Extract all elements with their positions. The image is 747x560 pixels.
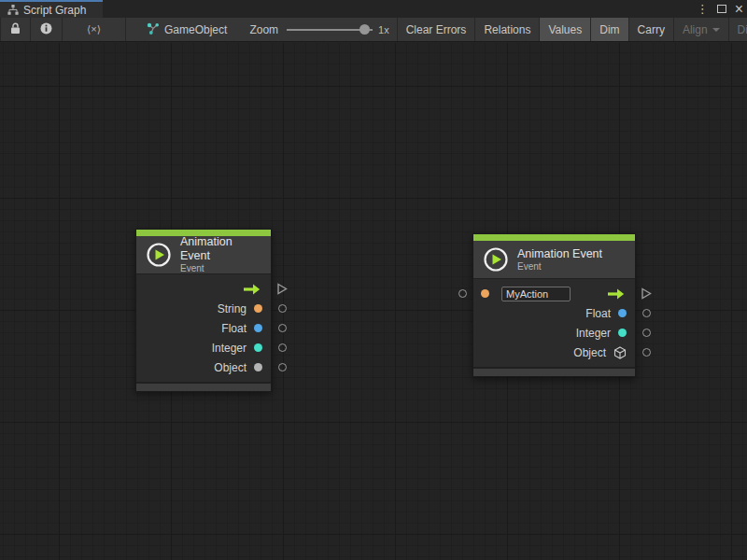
node-body: String Float Integer Object [136,273,271,382]
integer-port-dot[interactable] [254,343,262,352]
maximize-icon[interactable] [717,5,726,13]
float-port-connector[interactable] [642,309,651,317]
integer-port-connector[interactable] [278,343,287,352]
dim-toggle[interactable]: Dim [591,18,628,41]
target-label: GameObject [164,23,227,36]
close-icon[interactable]: × [735,2,743,17]
graph-canvas[interactable]: Animation Event Event [0,43,747,560]
event-play-icon [146,242,172,268]
node-footer [136,382,271,391]
event-play-icon [483,246,509,273]
node-header[interactable]: Animation Event Event [473,241,635,278]
info-icon [40,22,52,37]
port-row-integer: Integer [473,323,635,343]
node-animation-event-2[interactable]: Animation Event Event [472,233,636,377]
port-row-object: Object [473,343,635,362]
event-name-input[interactable] [501,287,571,301]
values-toggle[interactable]: Values [540,18,591,41]
object-port-connector[interactable] [278,363,287,371]
flow-port-connector[interactable] [641,287,652,300]
code-icon: ⟨×⟩ [87,23,101,35]
node-title: Animation Event [180,235,261,263]
port-row-float: Float [136,318,271,338]
toolbar-left-group: ⟨×⟩ [0,18,126,41]
node-animation-event-1[interactable]: Animation Event Event [135,229,272,392]
flow-output-row [136,279,271,299]
target-gameobject[interactable]: GameObject [147,18,227,41]
input-port-connector[interactable] [458,289,467,298]
carry-toggle[interactable]: Carry [629,18,674,41]
toolbar-buttons: Clear Errors Relations Values Dim Carry … [397,18,747,41]
float-port-dot[interactable] [618,309,627,317]
flow-port-connector[interactable] [276,283,288,295]
node-body: Float Integer Object [473,278,635,367]
lock-icon [10,22,21,37]
graph-icon [7,2,19,19]
float-port-connector[interactable] [278,324,287,332]
node-title: Animation Event [517,247,602,261]
object-port-dot[interactable] [254,363,262,371]
integer-port-dot[interactable] [618,329,627,337]
zoom-value: 1x [378,24,389,35]
node-footer [473,367,635,376]
string-port-connector[interactable] [278,304,287,313]
chevron-down-icon [712,28,720,32]
cube-icon[interactable] [613,346,627,359]
node-subtitle: Event [180,263,261,274]
lock-button[interactable] [1,18,31,41]
script-graph-window: Script Graph ⋮ × [0,0,747,560]
float-port-dot[interactable] [254,324,262,332]
relations-button[interactable]: Relations [475,18,540,41]
string-input-dot[interactable] [481,289,489,298]
zoom-slider[interactable] [287,24,373,35]
tab-label: Script Graph [23,4,86,17]
node-subtitle: Event [517,261,602,273]
distribute-dropdown[interactable]: Distribute [729,18,747,41]
port-row-integer: Integer [136,338,271,357]
zoom-slider-thumb[interactable] [359,24,370,35]
clear-errors-button[interactable]: Clear Errors [398,18,476,41]
object-port-connector[interactable] [642,348,651,357]
menu-icon[interactable]: ⋮ [697,3,709,15]
flow-arrow-icon [243,284,261,295]
node-accent-bar [473,234,635,241]
integer-port-connector[interactable] [642,329,651,337]
port-row-float: Float [473,303,635,323]
flow-arrow-icon [607,288,625,300]
zoom-label: Zoom [249,23,278,36]
node-header[interactable]: Animation Event Event [136,236,271,273]
embed-code-button[interactable]: ⟨×⟩ [63,18,126,41]
align-dropdown[interactable]: Align [674,18,729,41]
port-row-string: String [136,299,271,318]
tab-script-graph[interactable]: Script Graph [0,0,103,18]
script-machine-icon [147,22,160,37]
window-controls: ⋮ × [697,0,743,18]
titlebar: Script Graph ⋮ × [0,0,747,18]
name-input-row [473,284,635,303]
zoom-control: Zoom 1x [249,18,396,41]
port-row-object: Object [136,357,271,377]
info-button[interactable] [31,18,63,41]
graph-toolbar: ⟨×⟩ GameObject Zoom 1x [0,18,747,42]
string-port-dot[interactable] [254,304,262,313]
